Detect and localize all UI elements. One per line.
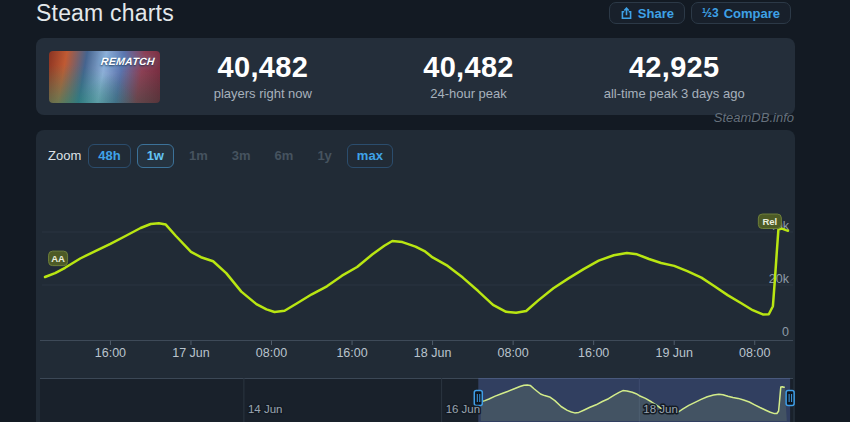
compare-button-label: Compare: [724, 6, 780, 21]
stat-24h-peak: 40,482 24-hour peak: [366, 52, 572, 101]
stat-value: 40,482: [160, 52, 366, 84]
zoom-option-1y[interactable]: 1y: [308, 144, 340, 168]
x-axis-label: 08:00: [256, 346, 287, 360]
share-button[interactable]: Share: [609, 2, 685, 24]
navigator-date-label: 18 Jun: [643, 403, 678, 415]
steamdb-watermark: SteamDB.info: [714, 110, 794, 125]
share-icon: [620, 7, 633, 20]
stat-players-now: 40,482 players right now: [160, 52, 366, 101]
x-axis-label: 16:00: [336, 346, 367, 360]
stat-value: 42,925: [571, 52, 777, 84]
flag-label: Rel: [762, 216, 777, 227]
y-axis-label: 20k: [769, 272, 790, 286]
zoom-option-1w[interactable]: 1w: [137, 144, 174, 168]
game-logo-text: REMATCH: [101, 55, 156, 67]
x-axis-label: 16:00: [578, 346, 609, 360]
zoom-bar-label: Zoom: [48, 148, 81, 163]
share-button-label: Share: [638, 6, 674, 21]
x-axis-label: 19 Jun: [655, 346, 693, 360]
chart-panel: Zoom 48h1w1m3m6m1ymax 020k40k16:0017 Jun…: [36, 130, 795, 422]
zoom-option-1m[interactable]: 1m: [180, 144, 217, 168]
navigator-right-handle[interactable]: [786, 391, 794, 406]
stat-label: all-time peak 3 days ago: [571, 86, 777, 101]
x-axis-label: 18 Jun: [414, 346, 452, 360]
zoom-option-3m[interactable]: 3m: [223, 144, 260, 168]
zoom-option-48h[interactable]: 48h: [88, 144, 130, 168]
stat-label: 24-hour peak: [366, 86, 572, 101]
page-title: Steam charts: [36, 0, 174, 27]
stat-alltime-peak: 42,925 all-time peak 3 days ago: [571, 52, 777, 101]
x-axis-label: 17 Jun: [172, 346, 210, 360]
navigator-date-label: 14 Jun: [248, 403, 283, 415]
stats-panel: REMATCH 40,482 players right now 40,482 …: [36, 38, 795, 115]
game-capsule-image[interactable]: REMATCH: [49, 51, 160, 103]
compare-icon: ½3: [702, 7, 719, 19]
steamdb-charts-page: Steam charts Share ½3 Compare REMATCH 40…: [0, 0, 850, 422]
stat-value: 40,482: [366, 52, 572, 84]
header-actions: Share ½3 Compare: [609, 2, 791, 24]
players-line-chart[interactable]: 020k40k16:0017 Jun08:0016:0018 Jun08:001…: [36, 180, 795, 422]
y-axis-label: 0: [782, 325, 789, 339]
players-series-line: [45, 223, 788, 314]
stats-columns: 40,482 players right now 40,482 24-hour …: [160, 52, 777, 101]
zoom-option-max[interactable]: max: [347, 144, 393, 168]
compare-button[interactable]: ½3 Compare: [691, 2, 791, 24]
x-axis-label: 08:00: [497, 346, 528, 360]
zoom-option-6m[interactable]: 6m: [266, 144, 303, 168]
navigator-date-label: 16 Jun: [446, 403, 481, 415]
zoom-bar: Zoom 48h1w1m3m6m1ymax: [48, 144, 399, 168]
flag-label: AA: [51, 253, 65, 264]
x-axis-label: 08:00: [739, 346, 770, 360]
stat-label: players right now: [160, 86, 366, 101]
x-axis-label: 16:00: [95, 346, 126, 360]
zoom-options: 48h1w1m3m6m1ymax: [88, 144, 399, 168]
